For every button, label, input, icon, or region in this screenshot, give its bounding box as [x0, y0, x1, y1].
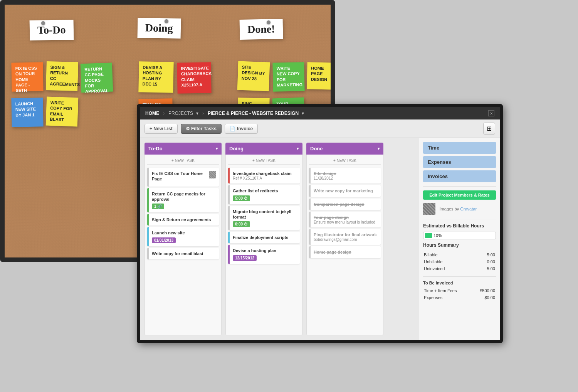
- task-card[interactable]: Ping illustrator for final artwork bobdr…: [309, 229, 381, 245]
- task-card[interactable]: Write copy for email blast: [147, 248, 219, 259]
- new-task-todo[interactable]: + NEW TASK: [147, 157, 219, 165]
- table-row: Time + Item Fees $500.00: [424, 288, 495, 294]
- col-body-doing: + NEW TASK Investigate chargeback claim …: [225, 155, 302, 335]
- nav-projects[interactable]: PROJECTS: [168, 111, 193, 116]
- col-header-done: Done ▾: [306, 143, 383, 155]
- task-card[interactable]: Comparison page design: [309, 199, 381, 210]
- task-card[interactable]: Migrate blog content to jekyll format 0:…: [228, 206, 300, 230]
- thumbtack: [41, 21, 45, 25]
- task-title: Devise a hosting plan: [233, 248, 276, 253]
- app-main: To-Do ▾ + NEW TASK Fix IE CSS on Tour Ho…: [140, 138, 500, 340]
- col-title-done: Done: [310, 146, 323, 151]
- progress-bar: 10%: [423, 232, 496, 239]
- to-be-invoiced-title: To Be Invoiced: [423, 281, 496, 285]
- hours-summary-title: Hours Summary: [423, 242, 496, 248]
- col-title-todo: To-Do: [148, 146, 163, 151]
- col-chevron-todo[interactable]: ▾: [216, 146, 218, 151]
- task-title: Migrate blog content to jekyll format: [233, 209, 291, 219]
- kanban-board: To-Do ▾ + NEW TASK Fix IE CSS on Tour Ho…: [140, 138, 419, 340]
- task-title: Ping illustrator for final artwork: [314, 232, 377, 237]
- col-body-todo: + NEW TASK Fix IE CSS on Tour Home Page …: [144, 155, 222, 335]
- new-list-button[interactable]: + New List: [144, 124, 178, 134]
- table-row: Billable 5:00: [424, 252, 495, 258]
- task-card[interactable]: Gather list of redirects 5:00 ⏱: [228, 185, 300, 204]
- task-title: Sign & Return cc agreements: [152, 217, 211, 222]
- sticky-note: HOME PAGE DESIGN: [307, 62, 335, 89]
- divider: [423, 186, 496, 187]
- task-title: Comparison page design: [314, 202, 364, 207]
- sticky-note: LAUNCH NEW SITE BY JAN 1: [11, 98, 43, 127]
- col-header-todo: To-Do ▾: [144, 143, 222, 155]
- time-button[interactable]: Time: [423, 142, 496, 154]
- divider: [423, 276, 496, 277]
- invoice-value: $500.00: [473, 288, 495, 294]
- app-window: HOME › PROJECTS ▾ › PIERCE & PIERCE - WE…: [137, 104, 503, 343]
- avatar: [209, 171, 216, 178]
- column-doing: Doing ▾ + NEW TASK Investigate chargebac…: [225, 143, 302, 335]
- grid-view-button[interactable]: ⊞: [483, 123, 495, 135]
- nav-project-name[interactable]: PIERCE & PIERCE - WEBSITE REDESIGN: [208, 111, 299, 116]
- new-task-doing[interactable]: + NEW TASK: [228, 157, 300, 165]
- task-card[interactable]: Fix IE CSS on Tour Home Page: [147, 168, 219, 187]
- col-title-doing: Doing: [229, 146, 244, 151]
- invoice-value: $0.00: [473, 294, 495, 301]
- app-nav: HOME › PROJECTS ▾ › PIERCE & PIERCE - WE…: [140, 107, 500, 119]
- hours-label: Billable: [424, 252, 474, 258]
- sticky-note: DEVISE A HOSTING PLAN BY DEC 15: [138, 61, 173, 93]
- task-title: Tour page design: [314, 215, 349, 220]
- hours-value: 5:00: [475, 252, 495, 258]
- col-body-done: + NEW TASK Site design 11/28/2012 Write …: [306, 155, 383, 335]
- task-date-badge: 01/01/2013: [152, 237, 176, 243]
- task-card[interactable]: Sign & Return cc agreements: [147, 214, 219, 225]
- task-timer-badge: 0:00 ⏱: [233, 221, 250, 227]
- task-card[interactable]: Write new copy for marketing: [309, 185, 381, 197]
- task-card[interactable]: Return CC page mocks for approval 1 🔗: [147, 188, 219, 213]
- gravatar-link[interactable]: Gravatar: [460, 207, 477, 211]
- task-meta: Ensure new menu layout is included: [314, 220, 378, 224]
- task-card[interactable]: Devise a hosting plan 12/15/2012: [228, 245, 300, 264]
- task-date-badge: 12/15/2012: [233, 255, 257, 261]
- task-card[interactable]: Finalize deployment scripts: [228, 232, 300, 243]
- edit-members-button[interactable]: Edit Project Members & Rates: [423, 190, 496, 200]
- close-button[interactable]: ✕: [488, 110, 494, 116]
- task-title: Finalize deployment scripts: [233, 235, 288, 240]
- task-title: Home page design: [314, 250, 351, 254]
- task-card[interactable]: Tour page design Ensure new menu layout …: [309, 212, 381, 227]
- table-row: Expenses $0.00: [424, 294, 495, 301]
- invoice-button[interactable]: 📄 Invoice: [225, 124, 258, 134]
- progress-label: 10%: [434, 233, 442, 238]
- task-meta: Ref # X251107.A: [233, 176, 297, 180]
- thumbtack: [267, 20, 271, 24]
- nav-home[interactable]: HOME: [145, 111, 159, 116]
- estimated-hours-title: Estimated vs Billable Hours: [423, 223, 496, 229]
- expenses-button[interactable]: Expenses: [423, 156, 496, 168]
- task-title: Return CC page mocks for approval: [152, 192, 205, 202]
- nav-sep1: ›: [163, 111, 165, 116]
- col-header-doing: Doing ▾: [225, 143, 302, 155]
- new-task-done[interactable]: + NEW TASK: [309, 157, 381, 165]
- app-toolbar: + New List ⚙ Filter Tasks 📄 Invoice ⊞: [140, 119, 500, 138]
- col-chevron-doing[interactable]: ▾: [297, 146, 299, 151]
- task-timer-badge: 5:00 ⏱: [233, 195, 250, 201]
- task-card[interactable]: Launch new site 01/01/2013: [147, 227, 219, 246]
- sticky-note: WRITE NEW COPY FOR MARKETING: [272, 62, 304, 91]
- task-date: 11/28/2012: [314, 176, 378, 180]
- task-title: Fix IE CSS on Tour Home Page: [152, 171, 209, 182]
- invoices-button[interactable]: Invoices: [423, 170, 496, 182]
- divider: [423, 219, 496, 219]
- avatar: [423, 203, 435, 215]
- hours-label: Uninvoiced: [424, 266, 474, 272]
- task-badge: 1 🔗: [152, 204, 164, 209]
- task-card[interactable]: Site design 11/28/2012: [309, 168, 381, 183]
- filter-tasks-button[interactable]: ⚙ Filter Tasks: [181, 124, 222, 134]
- task-card[interactable]: Investigate chargeback claim Ref # X2511…: [228, 168, 300, 183]
- done-label: Done!: [240, 19, 283, 40]
- sticky-note: SITE DESIGN BY NOV 28: [237, 61, 270, 91]
- task-card[interactable]: Home page design: [309, 246, 381, 258]
- gravatar-text: Images by Gravatar: [439, 207, 477, 211]
- col-chevron-done[interactable]: ▾: [378, 146, 380, 151]
- task-title: Launch new site: [152, 230, 185, 235]
- nav-project-arrow[interactable]: ▾: [302, 111, 304, 116]
- nav-projects-arrow[interactable]: ▾: [196, 111, 198, 116]
- task-meta: bobdrawings@gmail.com: [314, 237, 378, 242]
